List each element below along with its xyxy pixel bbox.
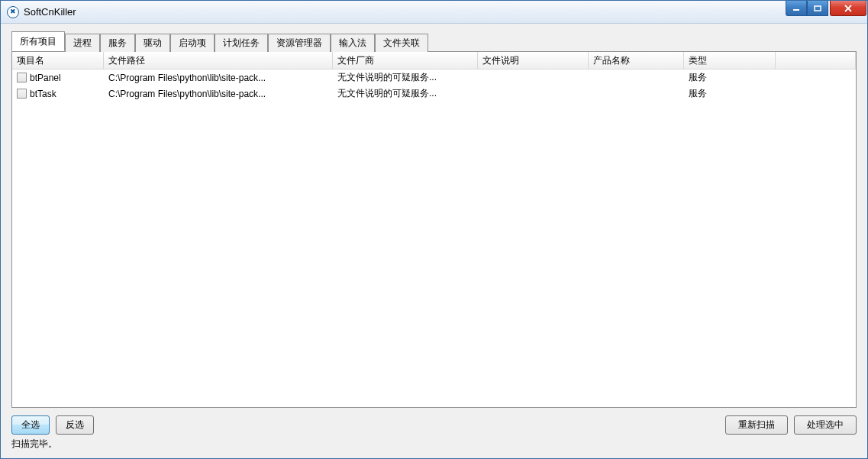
row-name-text: btPanel: [30, 73, 61, 83]
tab-label: 进程: [73, 37, 92, 48]
invert-selection-button[interactable]: 反选: [56, 415, 94, 435]
cell-name: btTask: [12, 87, 104, 101]
cell-prod: [589, 76, 684, 79]
cell-desc: [478, 92, 589, 95]
tabstrip: 所有项目 进程 服务 驱动 启动项 计划任务 资源管理器 输入法 文件关联: [11, 34, 857, 51]
app-window: SoftCnKiller 所有项目 进程 服务 驱动 启动项 计划任务: [0, 0, 868, 459]
listview-body: btPanel C:\Program Files\python\lib\site…: [12, 69, 856, 102]
column-header-path[interactable]: 文件路径: [104, 52, 333, 69]
column-header-desc[interactable]: 文件说明: [478, 52, 589, 69]
tab-ime[interactable]: 输入法: [331, 34, 375, 52]
cell-path: C:\Program Files\python\lib\site-pack...: [104, 87, 333, 101]
tab-startup[interactable]: 启动项: [170, 34, 215, 52]
tab-panel: 项目名 文件路径 文件厂商 文件说明 产品名称 类型 btPanel C:\Pr…: [11, 51, 857, 408]
window-controls: [786, 1, 867, 16]
tab-drivers[interactable]: 驱动: [135, 34, 170, 52]
maximize-button[interactable]: [807, 1, 828, 16]
tab-services[interactable]: 服务: [100, 34, 135, 52]
minimize-button[interactable]: [786, 1, 807, 16]
column-header-vendor[interactable]: 文件厂商: [333, 52, 478, 69]
cell-vendor: 无文件说明的可疑服务...: [333, 69, 478, 86]
column-header-type[interactable]: 类型: [684, 52, 776, 69]
table-row[interactable]: btTask C:\Program Files\python\lib\site-…: [12, 86, 856, 102]
minimize-icon: [792, 5, 800, 11]
tab-explorer[interactable]: 资源管理器: [268, 34, 331, 52]
rescan-button[interactable]: 重新扫描: [725, 415, 788, 435]
listview[interactable]: 项目名 文件路径 文件厂商 文件说明 产品名称 类型 btPanel C:\Pr…: [12, 52, 856, 407]
tab-label: 文件关联: [383, 37, 420, 48]
column-header-prod[interactable]: 产品名称: [589, 52, 684, 69]
cell-path: C:\Program Files\python\lib\site-pack...: [104, 71, 333, 85]
close-button[interactable]: [830, 1, 866, 16]
process-selected-button[interactable]: 处理选中: [794, 415, 857, 435]
bottom-toolbar: 全选 反选 重新扫描 处理选中: [11, 415, 857, 435]
cell-type: 服务: [684, 69, 776, 86]
row-checkbox[interactable]: [17, 73, 27, 82]
client-area: 所有项目 进程 服务 驱动 启动项 计划任务 资源管理器 输入法 文件关联 项目…: [1, 24, 867, 458]
tab-scheduled-tasks[interactable]: 计划任务: [215, 34, 268, 52]
cell-name: btPanel: [12, 71, 104, 85]
status-text: 扫描完毕。: [11, 438, 857, 451]
cell-vendor: 无文件说明的可疑服务...: [333, 86, 478, 102]
column-header-name[interactable]: 项目名: [12, 52, 104, 69]
table-row[interactable]: btPanel C:\Program Files\python\lib\site…: [12, 69, 856, 86]
listview-header: 项目名 文件路径 文件厂商 文件说明 产品名称 类型: [12, 52, 856, 69]
select-all-button[interactable]: 全选: [11, 415, 50, 435]
app-icon: [7, 6, 19, 18]
maximize-icon: [814, 5, 821, 11]
row-name-text: btTask: [30, 89, 56, 99]
tab-label: 计划任务: [223, 37, 260, 48]
tab-file-assoc[interactable]: 文件关联: [375, 34, 428, 52]
window-title: SoftCnKiller: [24, 6, 76, 18]
cell-prod: [589, 92, 684, 95]
column-header-spare[interactable]: [776, 52, 856, 69]
svg-rect-1: [815, 6, 821, 11]
tab-label: 输入法: [339, 37, 366, 48]
tab-all-items[interactable]: 所有项目: [11, 31, 65, 51]
tab-label: 驱动: [144, 37, 162, 48]
tab-label: 服务: [108, 37, 127, 48]
svg-rect-0: [793, 9, 799, 11]
close-icon: [844, 5, 853, 12]
cell-desc: [478, 76, 589, 79]
row-checkbox[interactable]: [17, 89, 27, 99]
tab-label: 所有项目: [20, 36, 56, 47]
tab-label: 资源管理器: [276, 37, 322, 48]
titlebar[interactable]: SoftCnKiller: [1, 1, 867, 24]
tab-label: 启动项: [179, 37, 206, 48]
cell-type: 服务: [684, 86, 776, 102]
cell-spare: [776, 92, 856, 95]
tab-processes[interactable]: 进程: [65, 34, 100, 52]
cell-spare: [776, 76, 856, 79]
